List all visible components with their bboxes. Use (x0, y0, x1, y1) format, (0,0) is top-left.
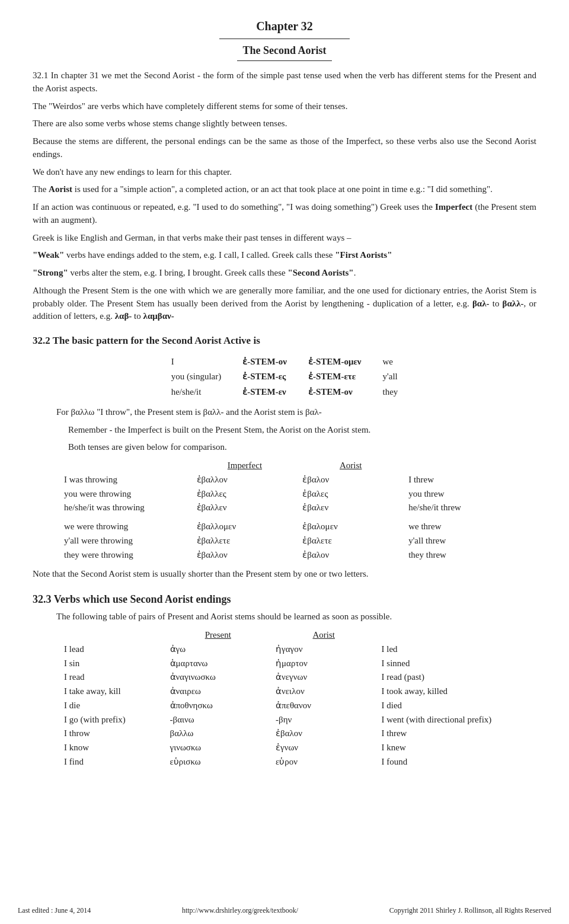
conj-trans: he/she/it threw (404, 501, 510, 515)
verb-trans: I took away, killed (377, 685, 510, 699)
verb-present: εὑρισκω (165, 755, 271, 769)
verb-trans: I found (377, 755, 510, 769)
note1: For βαλλω "I throw", the Present stem is… (56, 406, 536, 419)
verb-present: ἀποθνησκω (165, 699, 271, 713)
intro-p9b: "Strong" verbs alter the stem, e.g. I br… (33, 267, 536, 280)
pattern-row: you (singular) ἐ-STEM-ες ἐ-STEM-ετε y'al… (161, 369, 409, 385)
verb-present: ἁμαρτανω (165, 657, 271, 671)
conj-imperf: ἐβαλλον (192, 473, 298, 487)
intro-p8: Greek is like English and German, in tha… (33, 232, 536, 245)
intro-p5: We don't have any new endings to learn f… (33, 166, 536, 179)
chapter-title: Chapter 32 (33, 18, 536, 35)
pattern-row: I ἐ-STEM-ον ἐ-STEM-ομεν we (161, 354, 409, 370)
intro-p4: Because the stems are different, the per… (33, 135, 536, 161)
conj-row: we were throwing ἐβαλλομεν ἐβαλομεν we t… (59, 520, 510, 534)
verb-aorist: ἐβαλον (271, 727, 377, 741)
conj-english: y'all were throwing (59, 534, 192, 548)
conj-aorist: ἐβαλον (298, 548, 404, 562)
conj-trans: they threw (404, 548, 510, 562)
present-col-header: Present (165, 628, 271, 642)
plur-form: ἐ-STEM-ομεν (298, 354, 372, 370)
aorist-header: Aorist (298, 459, 404, 473)
verb-row: I lead ἀγω ἠγαγον I led (59, 642, 510, 657)
footer: Last edited : June 4, 2014 http://www.dr… (0, 906, 569, 916)
verb-present: ἀναγινωσκω (165, 670, 271, 685)
verb-row: I sin ἁμαρτανω ἡμαρτον I sinned (59, 657, 510, 671)
section-32-2: 32.2 The basic pattern for the Second Ao… (33, 334, 536, 581)
section-32-2-heading: 32.2 The basic pattern for the Second Ao… (33, 334, 536, 349)
verb-row: I take away, kill ἀναιρεω ἀνειλον I took… (59, 685, 510, 699)
verb-table: Present Aorist I lead ἀγω ἠγαγον I led I… (59, 628, 510, 769)
conj-row: he/she/it was throwing ἐβαλλεν ἐβαλεν he… (59, 501, 510, 515)
verb-english: I know (59, 741, 165, 755)
stem-note: Note that the Second Aorist stem is usua… (33, 568, 536, 581)
note3: Both tenses are given below for comparis… (68, 441, 536, 454)
intro-p2: The "Weirdos" are verbs which have compl… (33, 100, 536, 113)
verb-english: I go (with prefix) (59, 713, 165, 727)
plur-form: ἐ-STEM-ον (298, 385, 372, 400)
verb-english: I lead (59, 642, 165, 657)
section-title: The Second Aorist (33, 43, 536, 58)
conj-trans: y'all threw (404, 534, 510, 548)
conj-aorist: ἐβαλον (298, 473, 404, 487)
intro-p3: There are also some verbs whose stems ch… (33, 117, 536, 130)
trans: they (372, 385, 409, 400)
verb-present: ἀναιρεω (165, 685, 271, 699)
verb-english: I find (59, 755, 165, 769)
verb-aorist: ἡμαρτον (271, 657, 377, 671)
section-32-3: 32.3 Verbs which use Second Aorist endin… (33, 592, 536, 769)
verb-trans: I threw (377, 727, 510, 741)
conj-row: they were throwing ἐβαλλον ἐβαλον they t… (59, 548, 510, 562)
conj-trans: I threw (404, 473, 510, 487)
verb-present: ἀγω (165, 642, 271, 657)
verb-aorist: -βην (271, 713, 377, 727)
intro-p1: 32.1 In chapter 31 we met the Second Aor… (33, 69, 536, 95)
verb-row: I find εὑρισκω εὑρον I found (59, 755, 510, 769)
pronoun: he/she/it (161, 385, 232, 400)
verb-row: I know γινωσκω ἐγνων I knew (59, 741, 510, 755)
conj-aorist: ἐβαλεν (298, 501, 404, 515)
trans: y'all (372, 369, 409, 385)
conj-english: they were throwing (59, 548, 192, 562)
conj-aorist: ἐβαλετε (298, 534, 404, 548)
verb-english: I die (59, 699, 165, 713)
verb-row: I die ἀποθνησκω ἀπεθανον I died (59, 699, 510, 713)
intro-p6: The Aorist is used for a "simple action"… (33, 183, 536, 196)
conj-row: I was throwing ἐβαλλον ἐβαλον I threw (59, 473, 510, 487)
sing-form: ἐ-STEM-ες (232, 369, 298, 385)
verb-present: γινωσκω (165, 741, 271, 755)
conj-english: he/she/it was throwing (59, 501, 192, 515)
conj-english: you were throwing (59, 487, 192, 501)
section-32-3-heading: 32.3 Verbs which use Second Aorist endin… (33, 592, 536, 607)
intro-p7: If an action was continuous or repeated,… (33, 201, 536, 227)
verb-trans: I sinned (377, 657, 510, 671)
verb-english: I read (59, 670, 165, 685)
conj-english: we were throwing (59, 520, 192, 534)
conj-english: I was throwing (59, 473, 192, 487)
intro-p9a: "Weak" verbs have endings added to the s… (33, 249, 536, 262)
conj-trans: we threw (404, 520, 510, 534)
footer-url: http://www.drshirley.org/greek/textbook/ (182, 906, 298, 916)
conj-aorist: ἐβαλομεν (298, 520, 404, 534)
verb-english: I take away, kill (59, 685, 165, 699)
verb-trans: I knew (377, 741, 510, 755)
pronoun: you (singular) (161, 369, 232, 385)
last-edited: Last edited : June 4, 2014 (18, 906, 91, 916)
conj-imperf: ἐβαλλεν (192, 501, 298, 515)
sing-form: ἐ-STEM-εν (232, 385, 298, 400)
verb-english: I sin (59, 657, 165, 671)
conj-row: y'all were throwing ἐβαλλετε ἐβαλετε y'a… (59, 534, 510, 548)
conj-imperf: ἐβαλλες (192, 487, 298, 501)
conj-imperf: ἐβαλλομεν (192, 520, 298, 534)
verb-aorist: ἠγαγον (271, 642, 377, 657)
pronoun: I (161, 354, 232, 370)
subtitle-rule (237, 60, 332, 61)
verb-present: -βαινω (165, 713, 271, 727)
verb-trans: I led (377, 642, 510, 657)
verb-trans: I died (377, 699, 510, 713)
aorist-col-header: Aorist (271, 628, 377, 642)
verb-aorist: ἀνεγνων (271, 670, 377, 685)
conj-imperf: ἐβαλλον (192, 548, 298, 562)
conj-trans: you threw (404, 487, 510, 501)
verb-row: I go (with prefix) -βαινω -βην I went (w… (59, 713, 510, 727)
